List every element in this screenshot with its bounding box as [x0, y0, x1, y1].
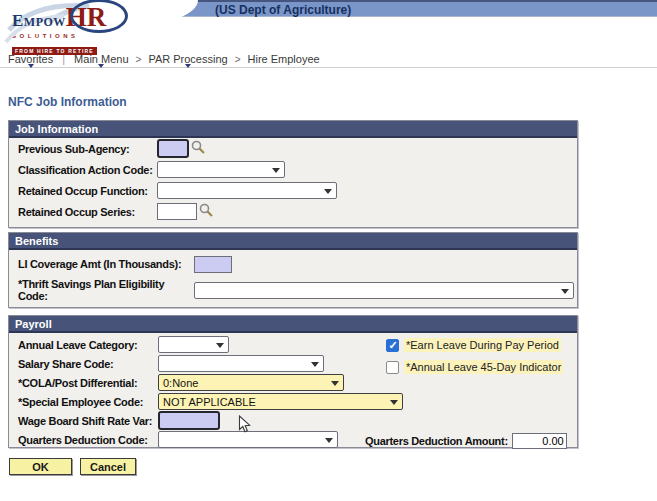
wage-board-shift-rate-var-label: Wage Board Shift Rate Var: — [18, 415, 158, 427]
cola-post-differential-select[interactable]: 0:None — [158, 374, 344, 391]
chevron-down-icon — [311, 362, 319, 367]
chevron-down-icon — [185, 64, 191, 68]
job-information-header: Job Information — [9, 121, 577, 138]
benefits-section: Benefits LI Coverage Amt (In Thousands):… — [8, 232, 578, 308]
breadcrumb-hire-employee[interactable]: Hire Employee — [248, 53, 320, 65]
logo-ring — [70, 0, 128, 33]
empowhr-screen: (US Dept of Agriculture) EmpowHR SOLUTIO… — [0, 0, 657, 501]
benefits-header: Benefits — [9, 233, 577, 250]
breadcrumb-separator: > — [235, 53, 241, 65]
breadcrumb-main-menu[interactable]: Main Menu — [74, 53, 128, 68]
retained-occup-function-label: Retained Occup Function: — [18, 185, 157, 197]
li-coverage-amt-input[interactable] — [194, 256, 232, 273]
annual-leave-45day-checkbox[interactable] — [386, 361, 399, 374]
li-coverage-amt-label: LI Coverage Amt (In Thousands): — [18, 258, 194, 270]
previous-sub-agency-label: Previous Sub-Agency: — [18, 143, 157, 155]
chevron-down-icon — [28, 64, 34, 68]
cola-post-differential-label: *COLA/Post Differential: — [18, 377, 158, 389]
salary-share-code-select[interactable] — [158, 355, 324, 372]
logo-empow-text: Empow — [12, 11, 66, 30]
chevron-down-icon — [390, 400, 398, 405]
quarters-deduction-amount-row: Quarters Deduction Amount: — [365, 433, 567, 449]
breadcrumb-par-processing[interactable]: PAR Processing — [148, 53, 227, 68]
chevron-down-icon — [272, 168, 280, 173]
chevron-down-icon — [331, 381, 339, 386]
agency-title: (US Dept of Agriculture) — [215, 3, 351, 17]
annual-leave-category-label: Annual Leave Category: — [18, 339, 158, 351]
breadcrumb-divider: | — [62, 53, 65, 65]
thrift-savings-plan-select[interactable] — [194, 282, 574, 299]
breadcrumb-favorites[interactable]: Favorites — [8, 53, 53, 68]
payroll-section: Payroll Annual Leave Category: Salary Sh… — [8, 315, 578, 448]
lookup-magnifier-icon[interactable] — [191, 140, 205, 158]
salary-share-code-label: Salary Share Code: — [18, 358, 158, 370]
chevron-down-icon — [324, 189, 332, 194]
thrift-savings-plan-label: *Thrift Savings Plan Eligibility Code: — [18, 278, 194, 302]
empowhr-logo: EmpowHR SOLUTIONS FROM HIRE TO RETIRE — [12, 2, 172, 52]
retained-occup-function-select[interactable] — [157, 182, 337, 199]
classification-action-code-select[interactable] — [157, 161, 285, 178]
retained-occup-series-label: Retained Occup Series: — [18, 206, 157, 218]
lookup-magnifier-icon[interactable] — [199, 203, 213, 221]
wage-board-shift-rate-var-input[interactable] — [158, 411, 220, 430]
cancel-button[interactable]: Cancel — [80, 458, 136, 475]
earn-leave-checkbox[interactable] — [386, 339, 399, 352]
earn-leave-checkbox-row: *Earn Leave During Pay Period — [386, 338, 561, 352]
annual-leave-45day-checkbox-label: *Annual Leave 45-Day Indicator — [404, 360, 563, 374]
quarters-deduction-code-label: Quarters Deduction Code: — [18, 434, 158, 446]
special-employee-code-label: *Special Employee Code: — [18, 396, 158, 408]
breadcrumb-separator: > — [136, 53, 142, 65]
chevron-down-icon — [325, 438, 333, 443]
previous-sub-agency-input[interactable] — [157, 139, 189, 158]
breadcrumb: Favorites | Main Menu > PAR Processing >… — [0, 52, 657, 68]
chevron-down-icon — [561, 289, 569, 294]
page-title: NFC Job Information — [8, 95, 127, 109]
annual-leave-45day-checkbox-row: *Annual Leave 45-Day Indicator — [386, 360, 563, 374]
payroll-header: Payroll — [9, 316, 577, 333]
classification-action-code-label: Classification Action Code: — [18, 164, 157, 176]
chevron-down-icon — [98, 64, 104, 68]
annual-leave-category-select[interactable] — [158, 336, 229, 353]
earn-leave-checkbox-label: *Earn Leave During Pay Period — [404, 338, 561, 352]
chevron-down-icon — [216, 343, 224, 348]
quarters-deduction-amount-label: Quarters Deduction Amount: — [365, 435, 508, 447]
job-information-section: Job Information Previous Sub-Agency: Cla… — [8, 120, 578, 228]
special-employee-code-select[interactable]: NOT APPLICABLE — [158, 393, 403, 410]
quarters-deduction-amount-input[interactable] — [512, 433, 567, 449]
retained-occup-series-input[interactable] — [157, 203, 197, 220]
mouse-cursor — [238, 415, 251, 434]
ok-button[interactable]: OK — [9, 458, 72, 475]
